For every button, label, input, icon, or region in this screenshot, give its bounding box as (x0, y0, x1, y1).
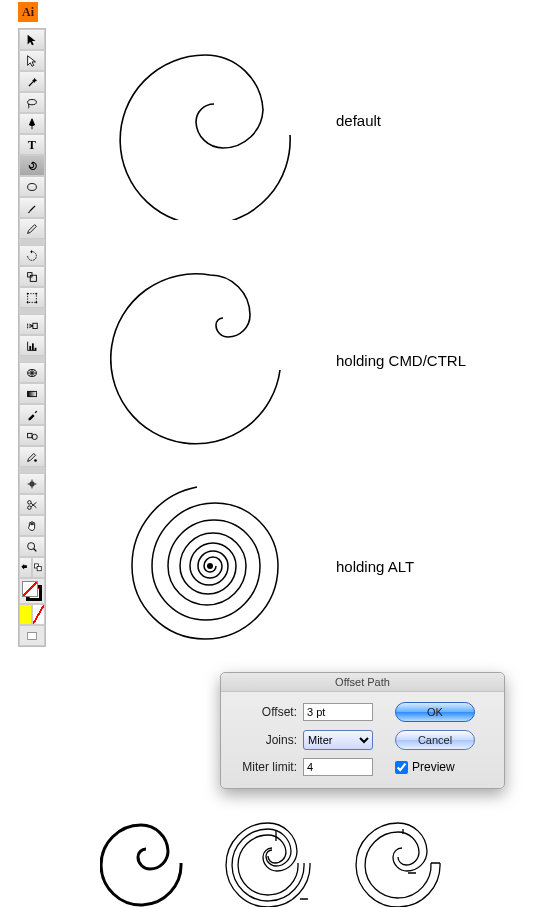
label-alt: holding ALT (336, 558, 414, 575)
svg-point-22 (28, 500, 32, 504)
spiral-default (100, 50, 300, 220)
svg-point-23 (28, 505, 32, 509)
label-cmdctrl: holding CMD/CTRL (336, 352, 466, 369)
app-logo: Ai (18, 2, 38, 22)
ellipse-tool[interactable] (19, 176, 45, 197)
graph-tool[interactable] (19, 335, 45, 356)
spiral-result-3 (355, 820, 450, 907)
live-paint-tool[interactable] (19, 446, 45, 467)
slice-tool[interactable] (19, 473, 45, 494)
symbol-sprayer-tool[interactable] (19, 314, 45, 335)
blend-tool[interactable] (19, 425, 45, 446)
direct-selection-tool[interactable] (19, 50, 45, 71)
type-tool[interactable]: T (19, 134, 45, 155)
color-mode[interactable] (19, 604, 32, 625)
miter-label: Miter limit: (233, 760, 303, 774)
preview-checkbox-wrap[interactable]: Preview (395, 760, 493, 774)
default-fill-stroke[interactable] (32, 557, 45, 578)
svg-rect-19 (28, 433, 32, 437)
svg-rect-27 (28, 632, 37, 639)
svg-rect-5 (28, 293, 37, 302)
joins-label: Joins: (233, 733, 303, 747)
svg-rect-4 (30, 275, 36, 281)
lasso-tool[interactable] (19, 92, 45, 113)
spiral-tool[interactable] (19, 155, 45, 176)
offset-input[interactable] (303, 703, 373, 721)
screen-mode[interactable] (19, 625, 45, 646)
zoom-tool[interactable] (19, 536, 45, 557)
svg-point-7 (36, 292, 38, 294)
gradient-tool[interactable] (19, 383, 45, 404)
svg-point-2 (28, 183, 37, 190)
cancel-button[interactable]: Cancel (395, 730, 475, 750)
svg-rect-16 (35, 347, 37, 350)
spiral-alt (120, 478, 300, 658)
label-default: default (336, 112, 381, 129)
svg-rect-26 (37, 566, 41, 570)
scale-tool[interactable] (19, 266, 45, 287)
svg-point-20 (32, 434, 37, 439)
svg-point-24 (28, 542, 35, 549)
svg-rect-10 (33, 323, 37, 328)
svg-point-9 (36, 301, 38, 303)
svg-point-12 (27, 325, 28, 326)
svg-rect-15 (32, 343, 34, 350)
swap-fill-stroke[interactable] (19, 557, 32, 578)
svg-rect-18 (28, 391, 37, 396)
svg-point-21 (34, 459, 37, 462)
selection-tool[interactable] (19, 29, 45, 50)
svg-point-13 (27, 327, 28, 328)
svg-rect-14 (29, 346, 31, 350)
joins-select[interactable]: Miter (303, 730, 373, 750)
miter-input[interactable] (303, 758, 373, 776)
pen-tool[interactable] (19, 113, 45, 134)
toolbar: T (18, 28, 46, 647)
svg-text:T: T (28, 138, 36, 152)
mesh-tool[interactable] (19, 362, 45, 383)
magic-wand-tool[interactable] (19, 71, 45, 92)
spiral-result-2 (225, 820, 320, 907)
svg-point-11 (27, 323, 28, 324)
paintbrush-tool[interactable] (19, 197, 45, 218)
spiral-cmdctrl (110, 268, 300, 448)
free-transform-tool[interactable] (19, 287, 45, 308)
ok-button[interactable]: OK (395, 702, 475, 722)
svg-point-28 (207, 563, 213, 569)
svg-point-6 (27, 292, 29, 294)
eyedropper-tool[interactable] (19, 404, 45, 425)
spiral-result-1 (100, 820, 190, 907)
dialog-title: Offset Path (221, 673, 504, 692)
preview-checkbox[interactable] (395, 761, 408, 774)
pencil-tool[interactable] (19, 218, 45, 239)
hand-tool[interactable] (19, 515, 45, 536)
none-mode[interactable] (32, 604, 45, 625)
fill-stroke-swatch[interactable] (19, 578, 45, 604)
scissors-tool[interactable] (19, 494, 45, 515)
rotate-tool[interactable] (19, 245, 45, 266)
offset-label: Offset: (233, 705, 303, 719)
svg-point-8 (27, 301, 29, 303)
offset-path-dialog: Offset Path Offset: OK Joins: Miter Canc… (220, 672, 505, 789)
preview-label: Preview (412, 760, 455, 774)
